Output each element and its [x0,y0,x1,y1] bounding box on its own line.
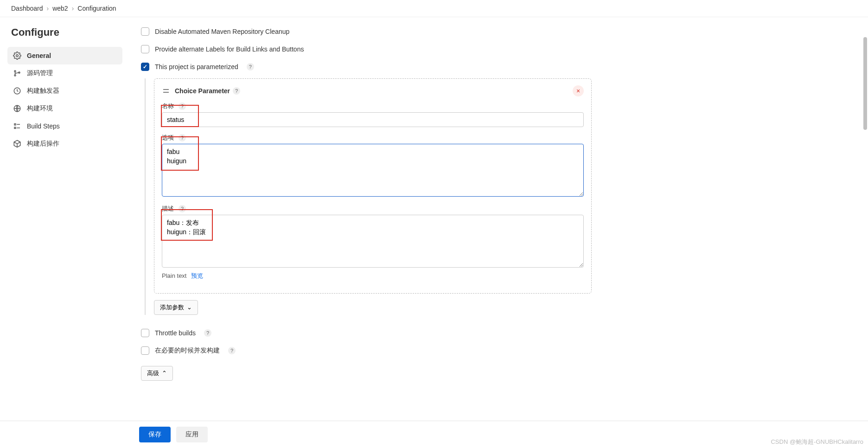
svg-rect-7 [14,127,16,128]
sidebar-item-label: 构建环境 [27,104,53,113]
checkbox-label: This project is parameterized [155,63,238,70]
format-label: Plain text [162,272,186,279]
sidebar-item-label: 源码管理 [27,69,53,77]
checkbox-throttle[interactable] [141,329,149,337]
field-label-choices: 选项 [162,134,174,142]
breadcrumb-item[interactable]: web2 [52,5,68,12]
advanced-button[interactable]: 高级 ⌃ [141,366,173,381]
svg-rect-6 [14,124,16,125]
svg-point-2 [14,75,16,76]
field-label-desc: 描述 [162,205,174,213]
help-icon[interactable]: ? [179,205,186,212]
checkbox-alt-labels[interactable] [141,45,149,53]
branch-icon [13,69,21,77]
breadcrumb-item[interactable]: Dashboard [11,5,43,12]
content-area: Disable Automated Maven Repository Clean… [130,17,603,418]
choice-parameter-box: Choice Parameter ? × 名称? 选项? [154,78,592,294]
checkbox-disable-cleanup[interactable] [141,27,149,36]
preview-link[interactable]: 预览 [191,272,203,279]
chevron-up-icon: ⌃ [162,370,167,377]
sidebar-item-triggers[interactable]: 构建触发器 [7,82,122,100]
help-icon[interactable]: ? [233,87,240,95]
description-textarea[interactable] [162,215,584,268]
svg-point-0 [16,55,19,57]
name-input[interactable] [162,112,584,127]
sidebar: Configure General 源码管理 构建触发器 构建环境 Build … [0,17,130,418]
field-label-name: 名称 [162,102,174,110]
svg-point-1 [14,70,16,72]
add-parameter-label: 添加参数 [160,303,184,312]
drag-icon[interactable] [162,87,171,95]
sidebar-item-general[interactable]: General [7,47,122,64]
scrollbar[interactable] [863,37,867,130]
sidebar-item-label: General [27,52,51,59]
add-parameter-button[interactable]: 添加参数 ⌄ [154,300,198,315]
choices-textarea[interactable] [162,144,584,197]
page-title: Configure [7,26,122,38]
chevron-down-icon: ⌄ [187,304,192,311]
close-icon[interactable]: × [573,85,584,96]
chevron-right-icon: › [72,5,74,12]
help-icon[interactable]: ? [247,63,254,70]
help-icon[interactable]: ? [228,347,236,354]
sidebar-item-label: Build Steps [27,122,60,130]
help-icon[interactable]: ? [204,329,211,337]
gear-icon [13,51,21,60]
checkbox-parameterized[interactable] [141,63,149,71]
sidebar-item-scm[interactable]: 源码管理 [7,64,122,82]
checkbox-label: Disable Automated Maven Repository Clean… [155,28,289,35]
sidebar-item-env[interactable]: 构建环境 [7,100,122,117]
globe-icon [13,104,21,113]
sidebar-item-build-steps[interactable]: Build Steps [7,117,122,135]
breadcrumb-item[interactable]: Configuration [77,5,116,12]
cube-icon [13,140,21,148]
checkbox-label: 在必要的时候并发构建 [155,346,220,355]
help-icon[interactable]: ? [179,102,186,110]
checkbox-label: Provide alternate Labels for Build Links… [155,45,304,53]
help-icon[interactable]: ? [179,134,186,141]
parameter-title: Choice Parameter [175,87,230,95]
list-icon [13,122,21,130]
checkbox-concurrent[interactable] [141,346,149,355]
sidebar-item-label: 构建后操作 [27,140,59,148]
sidebar-item-label: 构建触发器 [27,87,59,95]
clock-icon [13,87,21,95]
sidebar-item-post-build[interactable]: 构建后操作 [7,135,122,153]
breadcrumb: Dashboard › web2 › Configuration [0,0,868,17]
checkbox-label: Throttle builds [155,329,196,337]
chevron-right-icon: › [47,5,49,12]
advanced-label: 高级 [147,369,159,378]
